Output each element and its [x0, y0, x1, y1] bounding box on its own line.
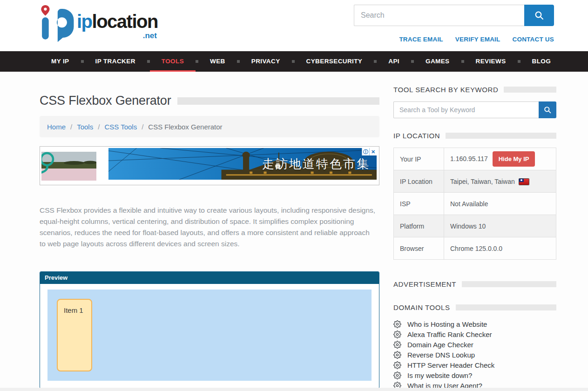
domain-tool-link[interactable]: Domain Age Checker: [407, 341, 473, 349]
tool-description: CSS Flexbox provides a flexible and intu…: [40, 205, 377, 249]
flex-preview-container: Item 1: [47, 290, 372, 381]
domain-tool-link[interactable]: Who is Hosting a Website: [407, 320, 487, 328]
ip-table-row: Platform Windows 10: [394, 215, 556, 237]
main-nav: MY IP IP TRACKER TOOLS WEB PRIVACY CYBER…: [0, 51, 588, 72]
ip-row-value: Chrome 125.0.0.0: [444, 237, 556, 260]
site-search: [354, 5, 554, 26]
top-link[interactable]: CONTACT US: [513, 36, 554, 43]
ip-row-label: IP Location: [394, 170, 444, 193]
search-icon: [544, 106, 551, 114]
ip-row-label: Platform: [394, 215, 444, 237]
breadcrumb-separator: /: [98, 123, 100, 131]
page-title: CSS Flexbox Generator: [40, 94, 171, 108]
gear-icon: [393, 351, 401, 359]
ip-table-row: Browser Chrome 125.0.0.0: [394, 237, 556, 260]
gear-icon: [393, 361, 401, 369]
breadcrumb-separator: /: [70, 123, 72, 131]
ip-table-row: Your IP 1.160.95.117Hide My IP: [394, 148, 556, 170]
ad-banner[interactable]: 走訪地道特色市集 ⓘ ✕: [40, 146, 379, 185]
domain-tool-item[interactable]: Reverse DNS Lookup: [393, 350, 556, 360]
ip-row-label: Browser: [394, 237, 444, 260]
ip-table-row: IP Location Taipei, Taiwan, Taiwan: [394, 170, 556, 193]
gear-icon: [393, 341, 401, 349]
ip-row-label: ISP: [394, 193, 444, 215]
ad-thumbnail-image: [41, 152, 96, 181]
ad-headline: 走訪地道特色市集: [262, 156, 370, 172]
sidebar: TOOL SEARCH BY KEYWORD IP LOCATION Your …: [393, 72, 556, 391]
flex-preview-item[interactable]: Item 1: [57, 299, 92, 371]
sidebar-heading-tool-search: TOOL SEARCH BY KEYWORD: [393, 86, 556, 94]
sidebar-heading-domain-tools: DOMAIN TOOLS: [393, 303, 556, 311]
ip-row-value: 1.160.95.117Hide My IP: [444, 148, 556, 170]
main-content: CSS Flexbox Generator Home / Tools / CSS…: [40, 72, 379, 391]
domain-tool-item[interactable]: Domain Age Checker: [393, 339, 556, 350]
domain-tool-link[interactable]: Reverse DNS Lookup: [407, 351, 475, 359]
domain-tool-item[interactable]: Is my website down?: [393, 370, 556, 380]
nav-item[interactable]: IP TRACKER: [84, 51, 147, 72]
breadcrumb-separator: /: [142, 123, 143, 131]
heading-decoration-bar: [504, 87, 556, 93]
ip-row-value: Windows 10: [444, 215, 556, 237]
domain-tool-item[interactable]: HTTP Server Header Check: [393, 360, 556, 370]
ip-info-table: Your IP 1.160.95.117Hide My IP IP Locati…: [393, 148, 556, 260]
tool-search-input[interactable]: [393, 101, 539, 118]
nav-item[interactable]: PRIVACY: [240, 51, 292, 72]
top-link[interactable]: TRACE EMAIL: [399, 36, 443, 43]
nav-item[interactable]: REVIEWS: [464, 51, 518, 72]
search-icon: [534, 11, 544, 20]
breadcrumb-item[interactable]: Tools: [77, 123, 93, 131]
sidebar-heading-ip-location: IP LOCATION: [393, 132, 556, 140]
ad-main-image: 走訪地道特色市集 ⓘ ✕: [108, 148, 377, 180]
domain-tool-link[interactable]: Is my website down?: [407, 371, 472, 379]
gear-icon: [393, 320, 401, 328]
sidebar-heading-advertisement: ADVERTISEMENT: [393, 280, 556, 288]
logo-text: iplocation .net: [77, 12, 158, 40]
title-decoration-bar: [177, 97, 379, 105]
ip-row-value: Taipei, Taiwan, Taiwan: [444, 170, 556, 193]
domain-tools-list: Who is Hosting a Website Alexa Traffic R…: [393, 319, 556, 391]
domain-tool-item[interactable]: Who is Hosting a Website: [393, 319, 556, 329]
taiwan-flag-icon: [519, 179, 529, 185]
site-header: iplocation .net TRACE EMAILVERIFY EMAILC…: [0, 0, 588, 51]
breadcrumb-item[interactable]: CSS Flexbox Generator: [148, 123, 222, 131]
breadcrumb-item[interactable]: CSS Tools: [104, 123, 137, 131]
nav-item[interactable]: API: [377, 51, 411, 72]
breadcrumb: Home / Tools / CSS Tools / CSS Flexbox G…: [40, 116, 379, 137]
top-links: TRACE EMAILVERIFY EMAILCONTACT US: [354, 36, 554, 43]
nav-item[interactable]: GAMES: [414, 51, 461, 72]
gear-icon: [393, 371, 401, 379]
preview-panel-header: Preview: [40, 272, 379, 284]
site-search-button[interactable]: [524, 5, 554, 26]
nav-item[interactable]: TOOLS: [150, 51, 196, 72]
nav-item[interactable]: MY IP: [40, 51, 81, 72]
tool-search: [393, 101, 556, 118]
heading-decoration-bar: [456, 304, 556, 310]
preview-panel: Preview Item 1: [40, 271, 379, 389]
domain-tool-link[interactable]: Alexa Traffic Rank Checker: [407, 330, 492, 338]
ad-close-icon[interactable]: ✕: [369, 148, 377, 155]
gear-icon: [393, 330, 401, 338]
nav-item[interactable]: WEB: [198, 51, 237, 72]
top-link[interactable]: VERIFY EMAIL: [455, 36, 500, 43]
logo[interactable]: iplocation .net: [40, 5, 158, 43]
domain-tool-item[interactable]: Alexa Traffic Rank Checker: [393, 329, 556, 339]
ip-table-row: ISP Not Available: [394, 193, 556, 215]
tool-search-button[interactable]: [539, 101, 556, 118]
hide-my-ip-button[interactable]: Hide My IP: [493, 151, 535, 167]
ip-row-label: Your IP: [394, 148, 444, 170]
breadcrumb-item[interactable]: Home: [47, 123, 66, 131]
ip-row-value: Not Available: [444, 193, 556, 215]
logo-mark-icon: [40, 5, 74, 43]
heading-decoration-bar: [462, 281, 556, 287]
footer-strip: [0, 388, 588, 391]
site-search-input[interactable]: [354, 5, 524, 26]
ad-info-icon[interactable]: ⓘ: [362, 148, 369, 155]
domain-tool-link[interactable]: HTTP Server Header Check: [407, 361, 494, 369]
nav-item[interactable]: CYBERSECURITY: [295, 51, 374, 72]
heading-decoration-bar: [446, 133, 556, 139]
nav-item[interactable]: BLOG: [520, 51, 563, 72]
preview-panel-body: Item 1: [40, 284, 379, 388]
